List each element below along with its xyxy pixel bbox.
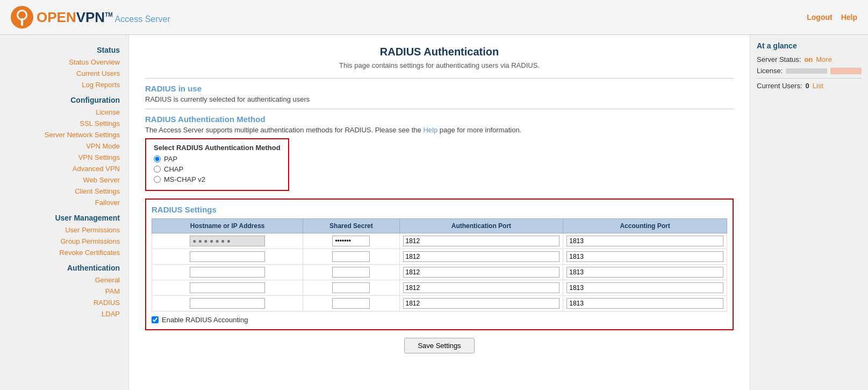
license-row: License: [757, 67, 862, 75]
cell-hostname-2 [152, 249, 303, 265]
help-link[interactable]: Help [841, 13, 857, 22]
table-body [152, 233, 727, 311]
secret-input-1[interactable] [332, 236, 370, 246]
auth-port-input-2[interactable] [403, 251, 560, 262]
sidebar-item-radius[interactable]: RADIUS [0, 297, 128, 308]
radio-chap-label: CHAP [164, 165, 183, 173]
sidebar-item-server-network-settings[interactable]: Server Network Settings [0, 129, 128, 140]
cell-secret-3 [303, 265, 399, 280]
layout: Status Status Overview Current Users Log… [0, 35, 868, 390]
more-link[interactable]: More [816, 55, 832, 63]
radio-mschapv2[interactable]: MS-CHAP v2 [154, 175, 281, 183]
acct-port-input-4[interactable] [566, 282, 723, 293]
license-label: License: [757, 67, 783, 75]
cell-acct-port-1 [563, 233, 727, 249]
logo-access: Access Server [115, 15, 170, 24]
secret-input-2[interactable] [332, 251, 370, 262]
sidebar-item-pam[interactable]: PAM [0, 286, 128, 297]
list-link[interactable]: List [813, 82, 823, 90]
radius-table: Hostname or IP Address Shared Secret Aut… [152, 218, 727, 311]
sidebar-item-ssl-settings[interactable]: SSL Settings [0, 118, 128, 129]
sidebar-item-web-server[interactable]: Web Server [0, 174, 128, 186]
save-settings-button[interactable]: Save Settings [404, 338, 474, 353]
sidebar-item-revoke-certificates[interactable]: Revoke Certificates [0, 247, 128, 258]
cell-hostname-3 [152, 265, 303, 280]
acct-port-input-3[interactable] [566, 267, 723, 278]
auth-method-text2: page for more information. [440, 126, 521, 134]
sidebar-item-license[interactable]: License [0, 107, 128, 118]
cell-hostname-4 [152, 280, 303, 296]
sidebar-item-client-settings[interactable]: Client Settings [0, 186, 128, 197]
radio-pap-input[interactable] [154, 155, 161, 162]
radius-settings-title: RADIUS Settings [152, 205, 727, 214]
server-status-label: Server Status: [757, 55, 801, 63]
save-btn-row: Save Settings [145, 338, 734, 353]
auth-port-input-4[interactable] [403, 282, 560, 293]
auth-method-title: RADIUS Authentication Method [145, 115, 734, 124]
sidebar-item-vpn-mode[interactable]: VPN Mode [0, 140, 128, 152]
sidebar-item-general[interactable]: General [0, 274, 128, 286]
sidebar-item-log-reports[interactable]: Log Reports [0, 79, 128, 90]
radio-chap[interactable]: CHAP [154, 165, 281, 173]
page-title: RADIUS Authentication [145, 46, 734, 58]
logout-link[interactable]: Logout [807, 13, 832, 22]
acct-port-input-2[interactable] [566, 251, 723, 262]
page-subtitle: This page contains settings for authenti… [145, 61, 734, 69]
sidebar-item-user-permissions[interactable]: User Permissions [0, 224, 128, 236]
hostname-input-2[interactable] [190, 251, 265, 262]
table-row [152, 265, 727, 280]
auth-method-help-link[interactable]: Help [423, 126, 437, 134]
hostname-input-1[interactable] [190, 236, 265, 246]
enable-accounting-label: Enable RADIUS Accounting [162, 316, 248, 324]
radio-pap[interactable]: PAP [154, 155, 281, 163]
radio-mschapv2-input[interactable] [154, 176, 161, 183]
sidebar-item-status-overview[interactable]: Status Overview [0, 56, 128, 68]
hostname-input-5[interactable] [190, 298, 265, 309]
sidebar-item-advanced-vpn[interactable]: Advanced VPN [0, 163, 128, 174]
secret-input-3[interactable] [332, 267, 370, 278]
radio-mschapv2-label: MS-CHAP v2 [164, 175, 205, 183]
sidebar-section-status: Status [0, 40, 128, 56]
secret-input-4[interactable] [332, 282, 370, 293]
auth-port-input-3[interactable] [403, 267, 560, 278]
cell-hostname-5 [152, 296, 303, 311]
sidebar-section-authentication: Authentication [0, 258, 128, 274]
auth-port-input-5[interactable] [403, 298, 560, 309]
license-mask [786, 68, 827, 74]
hostname-input-3[interactable] [190, 267, 265, 278]
cell-secret-4 [303, 280, 399, 296]
sidebar-section-configuration: Configuration [0, 90, 128, 107]
radio-pap-label: PAP [164, 155, 177, 163]
radio-chap-input[interactable] [154, 166, 161, 173]
auth-method-select-box: Select RADIUS Authentication Method PAP … [145, 138, 289, 191]
cell-secret-2 [303, 249, 399, 265]
cell-auth-port-1 [399, 233, 563, 249]
acct-port-input-1[interactable] [566, 236, 723, 246]
cell-acct-port-3 [563, 265, 727, 280]
enable-accounting-checkbox[interactable] [152, 316, 159, 323]
radius-in-use-title: RADIUS in use [145, 84, 734, 93]
cell-auth-port-5 [399, 296, 563, 311]
glance-divider [757, 78, 862, 79]
auth-port-input-1[interactable] [403, 236, 560, 246]
secret-input-5[interactable] [332, 298, 370, 309]
hostname-input-4[interactable] [190, 282, 265, 293]
radius-settings-box: RADIUS Settings Hostname or IP Address S… [145, 198, 734, 330]
cell-acct-port-5 [563, 296, 727, 311]
sidebar-item-vpn-settings[interactable]: VPN Settings [0, 152, 128, 163]
acct-port-input-5[interactable] [566, 298, 723, 309]
radius-in-use-text: RADIUS is currently selected for authent… [145, 95, 734, 103]
cell-auth-port-4 [399, 280, 563, 296]
sidebar-item-ldap[interactable]: LDAP [0, 308, 128, 320]
sidebar-item-failover[interactable]: Failover [0, 197, 128, 208]
divider-2 [145, 109, 734, 109]
sidebar-item-current-users[interactable]: Current Users [0, 68, 128, 79]
table-row [152, 280, 727, 296]
server-status-row: Server Status: on More [757, 55, 862, 63]
col-auth-port: Authentication Port [399, 219, 563, 233]
col-secret: Shared Secret [303, 219, 399, 233]
current-users-label: Current Users: [757, 82, 802, 90]
sidebar-item-group-permissions[interactable]: Group Permissions [0, 236, 128, 247]
cell-secret-1 [303, 233, 399, 249]
header: OPENVPNTMAccess Server Logout Help [0, 0, 868, 35]
